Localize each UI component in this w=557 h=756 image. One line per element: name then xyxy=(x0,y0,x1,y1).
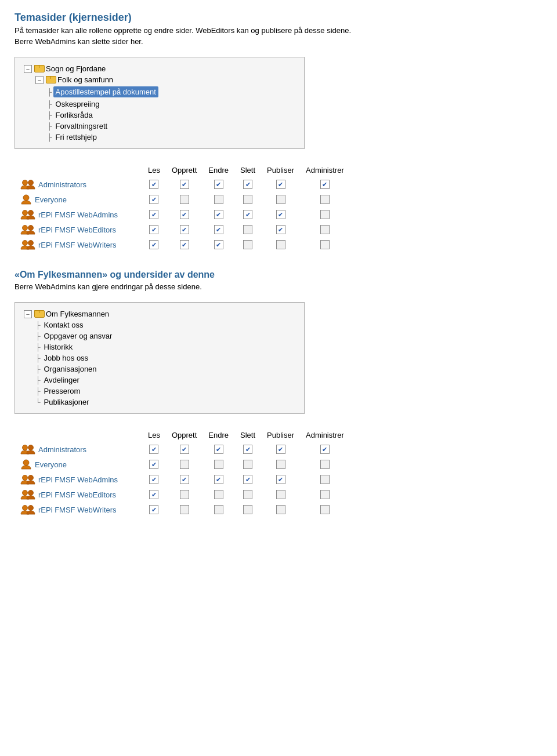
perm-cell[interactable] xyxy=(234,207,261,222)
perm-cell[interactable] xyxy=(166,487,202,502)
perm-cell[interactable] xyxy=(261,502,300,517)
tree-item-3[interactable]: ├ Forvaltningsrett xyxy=(47,121,295,132)
checkbox[interactable] xyxy=(243,505,252,514)
perm-cell[interactable] xyxy=(300,192,350,207)
tree-selected-item[interactable]: ├ Apostillestempel på dokument xyxy=(47,85,295,99)
checkbox[interactable] xyxy=(243,195,252,204)
checkbox[interactable] xyxy=(180,460,189,469)
checkbox[interactable] xyxy=(276,240,285,249)
perm-cell[interactable] xyxy=(300,222,350,237)
checkbox[interactable] xyxy=(320,180,330,189)
checkbox[interactable] xyxy=(214,445,223,454)
perm-cell[interactable] xyxy=(166,502,202,517)
checkbox[interactable] xyxy=(149,490,158,499)
tree-item[interactable]: ├ Historikk xyxy=(35,341,295,352)
checkbox[interactable] xyxy=(276,445,285,454)
checkbox[interactable] xyxy=(276,460,285,469)
perm-cell[interactable] xyxy=(234,487,261,502)
perm-cell[interactable] xyxy=(234,222,261,237)
section2-title[interactable]: «Om Fylkesmannen» og undersider av denne xyxy=(15,270,542,280)
perm-cell[interactable] xyxy=(300,472,350,487)
tree-item[interactable]: └ Publikasjoner xyxy=(35,397,295,408)
perm-cell[interactable] xyxy=(142,222,166,237)
checkbox[interactable] xyxy=(214,195,223,204)
perm-cell[interactable] xyxy=(300,207,350,222)
checkbox[interactable] xyxy=(320,475,330,484)
perm-cell[interactable] xyxy=(300,442,350,457)
perm-cell[interactable] xyxy=(261,487,300,502)
perm-cell[interactable] xyxy=(202,207,234,222)
checkbox[interactable] xyxy=(214,475,223,484)
checkbox[interactable] xyxy=(276,195,285,204)
checkbox[interactable] xyxy=(149,195,158,204)
checkbox[interactable] xyxy=(214,490,223,499)
checkbox[interactable] xyxy=(320,460,330,469)
tree-item[interactable]: ├ Avdelinger xyxy=(35,375,295,386)
checkbox[interactable] xyxy=(149,240,158,249)
checkbox[interactable] xyxy=(243,490,252,499)
checkbox[interactable] xyxy=(149,475,158,484)
tree2-collapse-icon[interactable]: − xyxy=(24,310,32,318)
perm-cell[interactable] xyxy=(142,177,166,192)
checkbox[interactable] xyxy=(243,225,252,234)
tree-item[interactable]: ├ Oppgaver og ansvar xyxy=(35,330,295,341)
checkbox[interactable] xyxy=(320,445,330,454)
perm-cell[interactable] xyxy=(261,237,300,252)
perm-cell[interactable] xyxy=(261,177,300,192)
checkbox[interactable] xyxy=(180,240,189,249)
checkbox[interactable] xyxy=(180,490,189,499)
perm-cell[interactable] xyxy=(202,487,234,502)
perm-cell[interactable] xyxy=(202,222,234,237)
checkbox[interactable] xyxy=(180,180,189,189)
perm-cell[interactable] xyxy=(234,177,261,192)
tree-collapse-icon[interactable]: − xyxy=(24,65,32,73)
perm-cell[interactable] xyxy=(142,502,166,517)
checkbox[interactable] xyxy=(180,475,189,484)
checkbox[interactable] xyxy=(276,505,285,514)
perm-cell[interactable] xyxy=(202,192,234,207)
perm-cell[interactable] xyxy=(300,177,350,192)
checkbox[interactable] xyxy=(214,240,223,249)
tree-item[interactable]: ├ Kontakt oss xyxy=(35,319,295,330)
checkbox[interactable] xyxy=(180,210,189,219)
checkbox[interactable] xyxy=(149,180,158,189)
checkbox[interactable] xyxy=(149,445,158,454)
perm-cell[interactable] xyxy=(166,192,202,207)
perm-cell[interactable] xyxy=(234,457,261,472)
perm-cell[interactable] xyxy=(234,472,261,487)
perm-cell[interactable] xyxy=(300,237,350,252)
tree-item[interactable]: ├ Presserom xyxy=(35,386,295,397)
perm-cell[interactable] xyxy=(166,222,202,237)
checkbox[interactable] xyxy=(214,225,223,234)
perm-cell[interactable] xyxy=(142,207,166,222)
checkbox[interactable] xyxy=(180,445,189,454)
perm-cell[interactable] xyxy=(166,442,202,457)
perm-cell[interactable] xyxy=(300,487,350,502)
perm-cell[interactable] xyxy=(261,472,300,487)
checkbox[interactable] xyxy=(149,460,158,469)
tree-item[interactable]: ├ Jobb hos oss xyxy=(35,352,295,364)
tree-collapse-icon2[interactable]: − xyxy=(35,76,44,84)
checkbox[interactable] xyxy=(243,460,252,469)
perm-cell[interactable] xyxy=(142,237,166,252)
checkbox[interactable] xyxy=(276,210,285,219)
checkbox[interactable] xyxy=(320,240,330,249)
perm-cell[interactable] xyxy=(202,177,234,192)
perm-cell[interactable] xyxy=(166,237,202,252)
perm-cell[interactable] xyxy=(202,237,234,252)
perm-cell[interactable] xyxy=(166,472,202,487)
tree-item[interactable]: ├ Organisasjonen xyxy=(35,364,295,375)
checkbox[interactable] xyxy=(243,210,252,219)
perm-cell[interactable] xyxy=(142,487,166,502)
checkbox[interactable] xyxy=(320,195,330,204)
perm-cell[interactable] xyxy=(202,502,234,517)
perm-cell[interactable] xyxy=(202,457,234,472)
checkbox[interactable] xyxy=(276,490,285,499)
checkbox[interactable] xyxy=(243,240,252,249)
checkbox[interactable] xyxy=(180,505,189,514)
checkbox[interactable] xyxy=(243,475,252,484)
tree-item-1[interactable]: ├ Oskespreiing xyxy=(47,99,295,110)
perm-cell[interactable] xyxy=(261,457,300,472)
checkbox[interactable] xyxy=(276,225,285,234)
perm-cell[interactable] xyxy=(261,442,300,457)
